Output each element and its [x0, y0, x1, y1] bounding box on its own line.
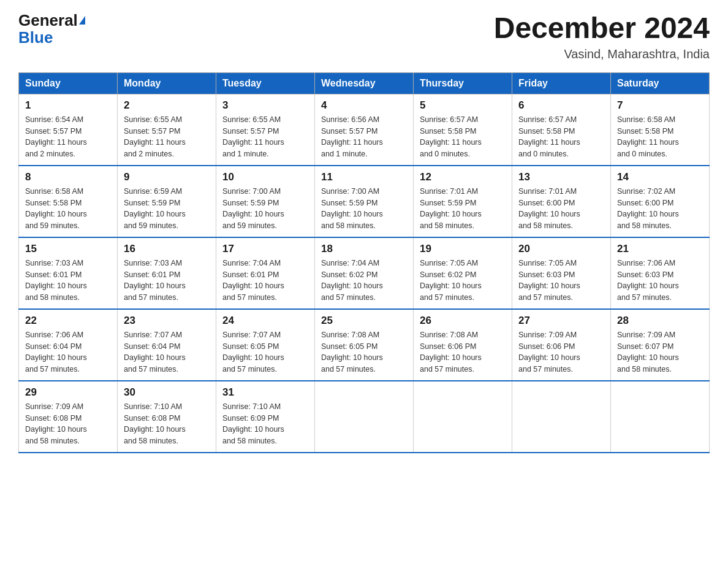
header-friday: Friday	[512, 72, 611, 94]
calendar-week-row: 15Sunrise: 7:03 AMSunset: 6:01 PMDayligh…	[19, 237, 710, 309]
calendar-table: Sunday Monday Tuesday Wednesday Thursday…	[18, 72, 710, 453]
day-info: Sunrise: 7:00 AMSunset: 5:59 PMDaylight:…	[222, 186, 308, 232]
table-row: 2Sunrise: 6:55 AMSunset: 5:57 PMDaylight…	[118, 94, 216, 166]
table-row: 23Sunrise: 7:07 AMSunset: 6:04 PMDayligh…	[118, 309, 216, 381]
calendar-week-row: 1Sunrise: 6:54 AMSunset: 5:57 PMDaylight…	[19, 94, 710, 166]
table-row: 19Sunrise: 7:05 AMSunset: 6:02 PMDayligh…	[414, 237, 512, 309]
day-number: 31	[222, 386, 308, 399]
day-info: Sunrise: 7:05 AMSunset: 6:03 PMDaylight:…	[518, 258, 604, 304]
logo-triangle-icon	[79, 16, 85, 25]
day-number: 30	[124, 386, 210, 399]
logo-text-general: General	[18, 12, 78, 28]
header-thursday: Thursday	[414, 72, 512, 94]
calendar-week-row: 22Sunrise: 7:06 AMSunset: 6:04 PMDayligh…	[19, 309, 710, 381]
table-row: 5Sunrise: 6:57 AMSunset: 5:58 PMDaylight…	[414, 94, 512, 166]
day-info: Sunrise: 7:07 AMSunset: 6:04 PMDaylight:…	[124, 329, 210, 375]
day-info: Sunrise: 7:02 AMSunset: 6:00 PMDaylight:…	[617, 186, 703, 232]
table-row: 9Sunrise: 6:59 AMSunset: 5:59 PMDaylight…	[118, 166, 216, 237]
header-monday: Monday	[118, 72, 216, 94]
day-number: 18	[321, 243, 407, 255]
day-number: 13	[518, 171, 604, 183]
table-row: 6Sunrise: 6:57 AMSunset: 5:58 PMDaylight…	[512, 94, 611, 166]
day-number: 19	[420, 243, 506, 255]
table-row: 1Sunrise: 6:54 AMSunset: 5:57 PMDaylight…	[19, 94, 118, 166]
day-number: 7	[617, 99, 703, 112]
day-info: Sunrise: 7:06 AMSunset: 6:03 PMDaylight:…	[617, 258, 703, 304]
calendar-week-row: 8Sunrise: 6:58 AMSunset: 5:58 PMDaylight…	[19, 166, 710, 237]
day-info: Sunrise: 7:03 AMSunset: 6:01 PMDaylight:…	[25, 258, 111, 304]
day-number: 23	[124, 315, 210, 327]
day-number: 28	[617, 315, 703, 327]
header-saturday: Saturday	[611, 72, 710, 94]
day-info: Sunrise: 6:59 AMSunset: 5:59 PMDaylight:…	[124, 186, 210, 232]
day-info: Sunrise: 7:09 AMSunset: 6:06 PMDaylight:…	[518, 329, 604, 375]
table-row: 28Sunrise: 7:09 AMSunset: 6:07 PMDayligh…	[611, 309, 710, 381]
day-number: 6	[518, 99, 604, 112]
day-number: 21	[617, 243, 703, 255]
day-number: 12	[420, 171, 506, 183]
day-number: 1	[25, 99, 111, 112]
month-year-title: December 2024	[494, 12, 710, 45]
day-number: 22	[25, 315, 111, 327]
header-tuesday: Tuesday	[216, 72, 315, 94]
table-row: 3Sunrise: 6:55 AMSunset: 5:57 PMDaylight…	[216, 94, 315, 166]
day-info: Sunrise: 6:55 AMSunset: 5:57 PMDaylight:…	[124, 114, 210, 160]
day-info: Sunrise: 7:05 AMSunset: 6:02 PMDaylight:…	[420, 258, 506, 304]
weekday-header-row: Sunday Monday Tuesday Wednesday Thursday…	[19, 72, 710, 94]
day-number: 3	[222, 99, 308, 112]
table-row	[512, 381, 611, 453]
table-row: 16Sunrise: 7:03 AMSunset: 6:01 PMDayligh…	[118, 237, 216, 309]
table-row	[414, 381, 512, 453]
table-row: 17Sunrise: 7:04 AMSunset: 6:01 PMDayligh…	[216, 237, 315, 309]
day-info: Sunrise: 6:57 AMSunset: 5:58 PMDaylight:…	[420, 114, 506, 160]
day-number: 4	[321, 99, 407, 112]
header-sunday: Sunday	[19, 72, 118, 94]
table-row: 30Sunrise: 7:10 AMSunset: 6:08 PMDayligh…	[118, 381, 216, 453]
table-row: 11Sunrise: 7:00 AMSunset: 5:59 PMDayligh…	[315, 166, 414, 237]
day-info: Sunrise: 6:57 AMSunset: 5:58 PMDaylight:…	[518, 114, 604, 160]
day-info: Sunrise: 7:00 AMSunset: 5:59 PMDaylight:…	[321, 186, 407, 232]
title-block: December 2024 Vasind, Maharashtra, India	[494, 12, 710, 61]
day-number: 20	[518, 243, 604, 255]
table-row: 22Sunrise: 7:06 AMSunset: 6:04 PMDayligh…	[19, 309, 118, 381]
day-number: 24	[222, 315, 308, 327]
day-info: Sunrise: 7:03 AMSunset: 6:01 PMDaylight:…	[124, 258, 210, 304]
day-info: Sunrise: 6:55 AMSunset: 5:57 PMDaylight:…	[222, 114, 308, 160]
day-info: Sunrise: 7:07 AMSunset: 6:05 PMDaylight:…	[222, 329, 308, 375]
day-info: Sunrise: 7:01 AMSunset: 6:00 PMDaylight:…	[518, 186, 604, 232]
table-row: 26Sunrise: 7:08 AMSunset: 6:06 PMDayligh…	[414, 309, 512, 381]
calendar-week-row: 29Sunrise: 7:09 AMSunset: 6:08 PMDayligh…	[19, 381, 710, 453]
table-row: 18Sunrise: 7:04 AMSunset: 6:02 PMDayligh…	[315, 237, 414, 309]
day-number: 9	[124, 171, 210, 183]
table-row: 25Sunrise: 7:08 AMSunset: 6:05 PMDayligh…	[315, 309, 414, 381]
day-info: Sunrise: 7:10 AMSunset: 6:08 PMDaylight:…	[124, 401, 210, 447]
page-header: General Blue December 2024 Vasind, Mahar…	[18, 12, 710, 61]
day-number: 16	[124, 243, 210, 255]
table-row: 29Sunrise: 7:09 AMSunset: 6:08 PMDayligh…	[19, 381, 118, 453]
day-info: Sunrise: 7:10 AMSunset: 6:09 PMDaylight:…	[222, 401, 308, 447]
day-info: Sunrise: 6:58 AMSunset: 5:58 PMDaylight:…	[25, 186, 111, 232]
day-info: Sunrise: 7:04 AMSunset: 6:01 PMDaylight:…	[222, 258, 308, 304]
table-row: 21Sunrise: 7:06 AMSunset: 6:03 PMDayligh…	[611, 237, 710, 309]
day-number: 25	[321, 315, 407, 327]
day-number: 11	[321, 171, 407, 183]
day-number: 8	[25, 171, 111, 183]
day-number: 15	[25, 243, 111, 255]
table-row: 31Sunrise: 7:10 AMSunset: 6:09 PMDayligh…	[216, 381, 315, 453]
day-info: Sunrise: 7:08 AMSunset: 6:05 PMDaylight:…	[321, 329, 407, 375]
table-row	[611, 381, 710, 453]
day-info: Sunrise: 6:58 AMSunset: 5:58 PMDaylight:…	[617, 114, 703, 160]
day-info: Sunrise: 6:54 AMSunset: 5:57 PMDaylight:…	[25, 114, 111, 160]
day-info: Sunrise: 7:09 AMSunset: 6:08 PMDaylight:…	[25, 401, 111, 447]
header-wednesday: Wednesday	[315, 72, 414, 94]
logo-text-blue: Blue	[18, 29, 53, 45]
table-row: 12Sunrise: 7:01 AMSunset: 5:59 PMDayligh…	[414, 166, 512, 237]
day-info: Sunrise: 7:09 AMSunset: 6:07 PMDaylight:…	[617, 329, 703, 375]
day-number: 10	[222, 171, 308, 183]
table-row: 20Sunrise: 7:05 AMSunset: 6:03 PMDayligh…	[512, 237, 611, 309]
day-info: Sunrise: 7:06 AMSunset: 6:04 PMDaylight:…	[25, 329, 111, 375]
table-row: 14Sunrise: 7:02 AMSunset: 6:00 PMDayligh…	[611, 166, 710, 237]
day-number: 2	[124, 99, 210, 112]
day-info: Sunrise: 7:08 AMSunset: 6:06 PMDaylight:…	[420, 329, 506, 375]
location-subtitle: Vasind, Maharashtra, India	[494, 47, 710, 61]
